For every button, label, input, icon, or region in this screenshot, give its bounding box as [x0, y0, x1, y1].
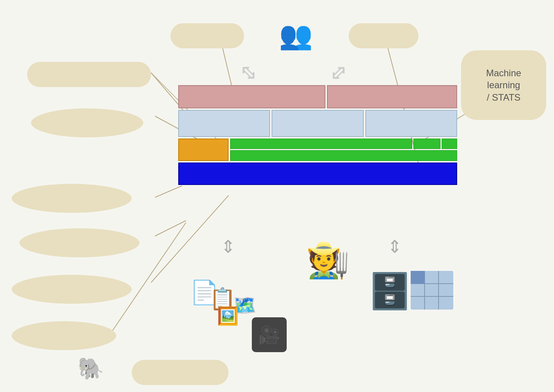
yarn-box: [230, 150, 457, 161]
dots-box: [442, 139, 457, 149]
hive-box: [178, 110, 270, 137]
compute-engine-bubble: [12, 184, 132, 213]
hbase-box: [178, 139, 229, 161]
sqoop-section: ⇕: [387, 238, 402, 255]
users-icon: 👥: [279, 19, 313, 51]
workflow-bubble: [170, 23, 244, 48]
ranger-icon: 🧑‍🌾: [306, 240, 349, 281]
svg-line-2: [155, 186, 182, 197]
hpm-row: [178, 110, 457, 137]
svg-rect-15: [411, 271, 425, 284]
spark-arrow: ⇔: [323, 57, 353, 87]
sqoop-arrow-icon: ⇕: [387, 238, 402, 255]
file-storage-bubble: [12, 321, 116, 350]
architecture-diagram: [178, 85, 457, 185]
spark-bubble: [349, 23, 418, 48]
resource-manager-bubble: [12, 275, 132, 304]
cli-java-python-box: [327, 85, 457, 108]
database-icon: 🗄️: [368, 271, 411, 312]
workflow-arrow: ⇔: [234, 57, 264, 87]
mr-section: [230, 139, 457, 161]
flume-section: ⇕: [221, 238, 236, 255]
mahout-box: [365, 110, 457, 137]
flume-arrow-icon: ⇕: [221, 238, 236, 255]
camera-icon: 🎥: [252, 317, 287, 352]
nosql-bubble: [19, 228, 139, 257]
sql-like-bubble: [27, 62, 151, 87]
zookeeper-icon: 🐘: [77, 356, 104, 381]
spreadsheet-icon: [411, 271, 453, 311]
pig-box: [272, 110, 363, 137]
coordination-bubble: [132, 360, 229, 385]
mapreduce-row: [230, 139, 457, 149]
oozie-box: [178, 85, 325, 108]
ml-bubble: Machinelearning/ STATS: [461, 50, 546, 120]
image-icon: 🖼️: [217, 306, 239, 326]
sql-interface-bubble: [31, 108, 143, 137]
hdfs-box: [178, 163, 457, 185]
mapreduce-box: [230, 139, 412, 149]
svg-line-4: [151, 195, 229, 282]
svg-line-3: [155, 221, 186, 236]
spark-box: [413, 139, 440, 149]
oozie-row: [178, 85, 457, 108]
compute-row: [178, 139, 457, 161]
